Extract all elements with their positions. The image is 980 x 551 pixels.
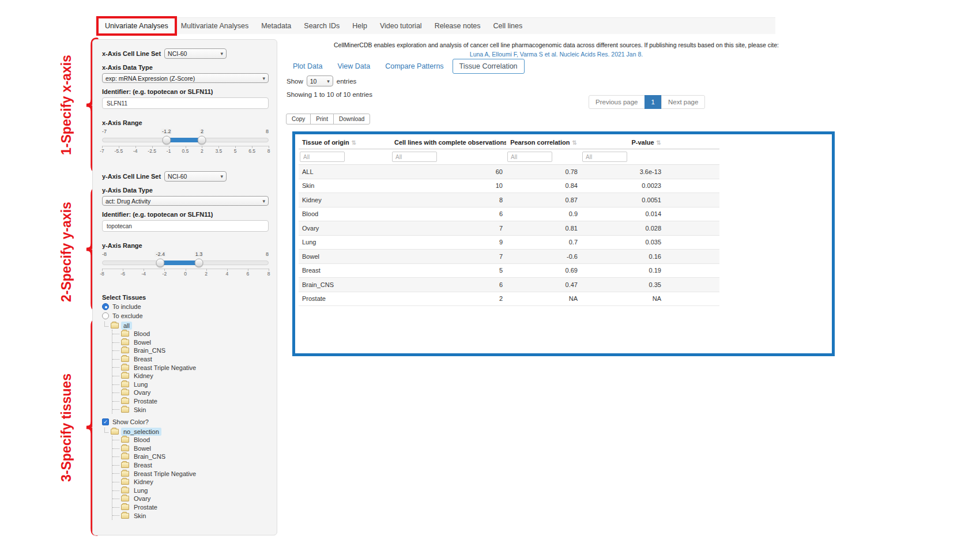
nav-tab-help[interactable]: Help <box>346 18 374 33</box>
cell-pearson-correlation: 0.69 <box>506 263 581 278</box>
show-color-checkbox[interactable]: ✓ Show Color? <box>102 418 267 425</box>
next-page-button[interactable]: Next page <box>661 95 705 109</box>
filter-input-tissue-of-origin[interactable] <box>300 152 345 162</box>
tree-node-brain-cns[interactable]: Brain_CNS <box>112 346 267 355</box>
sort-icon[interactable]: ⇅ <box>352 139 356 146</box>
cell-pearson-correlation: 0.81 <box>506 221 581 236</box>
radio-to-include[interactable]: To include <box>102 303 267 310</box>
tree-node-bowel[interactable]: Bowel <box>112 444 267 453</box>
tree-node-label: Ovary <box>131 495 153 503</box>
cell-pearson-correlation: 0.7 <box>506 235 581 250</box>
sort-icon[interactable]: ⇅ <box>572 139 576 146</box>
tab-plot-data[interactable]: Plot Data <box>287 59 329 73</box>
filter-input-cell-lines-with-complete-observations[interactable] <box>392 152 437 162</box>
y-identifier-input[interactable] <box>102 220 269 232</box>
column-header-p-value[interactable]: P-value⇅ <box>581 136 665 149</box>
show-label: Show <box>287 78 303 85</box>
tree-node-ovary[interactable]: Ovary <box>112 388 267 397</box>
annotation-step2-label: 2-Specify y-axis <box>59 180 78 324</box>
cell-tissue-of-origin: Brain_CNS <box>299 278 391 292</box>
x-identifier-label: Identifier: (e.g. topotecan or SLFN11) <box>102 88 267 95</box>
table-row: ALL600.783.6e-13 <box>299 165 719 179</box>
column-header-cell-lines-with-complete-observations[interactable]: Cell lines with complete observations⇅ <box>391 136 506 149</box>
copy-button[interactable]: Copy <box>286 114 311 124</box>
tree-node-ovary[interactable]: Ovary <box>112 495 267 503</box>
tree-node-breast-triple-negative[interactable]: Breast Triple Negative <box>112 363 267 372</box>
cell-tissue-of-origin: Prostate <box>299 292 391 306</box>
tree-node-prostate[interactable]: Prostate <box>112 397 267 406</box>
tree-node-brain-cns[interactable]: Brain_CNS <box>112 452 267 461</box>
filter-input-pearson-correlation[interactable] <box>507 152 552 162</box>
slider-tick-label: 8 <box>267 148 270 154</box>
citation-link[interactable]: Luna A, Elloumi F, Varma S et al. Nuclei… <box>470 51 643 58</box>
entries-select[interactable]: 10 ▾ <box>307 76 333 86</box>
chevron-down-icon: ▾ <box>221 51 224 56</box>
slider-handle-2[interactable] <box>194 259 203 267</box>
y-cell-line-set-value: NCI-60 <box>168 173 187 180</box>
column-header-pearson-correlation[interactable]: Pearson correlation⇅ <box>506 136 581 149</box>
slider-tick-label: -6 <box>120 271 125 277</box>
nav-tab-multivariate-analyses[interactable]: Multivariate Analyses <box>175 18 255 33</box>
cell-spacer <box>665 278 719 292</box>
y-cell-line-set-select[interactable]: NCI-60 ▾ <box>164 171 227 182</box>
tree-node-breast-triple-negative[interactable]: Breast Triple Negative <box>112 469 267 478</box>
tree-root-no-selection[interactable]: no_selection <box>102 428 267 436</box>
x-data-type-select[interactable]: exp: mRNA Expression (Z-Score) ▾ <box>102 73 269 83</box>
cell-cell-lines-with-complete-observations: 8 <box>391 193 506 207</box>
slider-handle-2[interactable] <box>198 136 206 145</box>
tree-node-kidney[interactable]: Kidney <box>112 372 267 380</box>
tree-node-skin[interactable]: Skin <box>112 511 267 520</box>
tree-node-blood[interactable]: Blood <box>112 436 267 444</box>
slider-tick-label: -5.5 <box>115 148 123 154</box>
tree-node-lung[interactable]: Lung <box>112 486 267 495</box>
column-header-tissue-of-origin[interactable]: Tissue of origin⇅ <box>299 136 391 149</box>
annotation-step1-label: 1-Specify x-axis <box>59 37 78 173</box>
page-1-button[interactable]: 1 <box>644 95 662 109</box>
tree-children: BloodBowelBrain_CNSBreastBreast Triple N… <box>112 330 267 414</box>
sort-icon[interactable]: ⇅ <box>657 139 661 146</box>
nav-tab-metadata[interactable]: Metadata <box>255 18 297 33</box>
tree-node-breast[interactable]: Breast <box>112 355 267 364</box>
nav-tab-release-notes[interactable]: Release notes <box>428 18 487 33</box>
nav-tab-univariate-analyses[interactable]: Univariate Analyses <box>99 18 175 33</box>
slider-handle-1[interactable] <box>162 136 171 145</box>
tab-compare-patterns[interactable]: Compare Patterns <box>379 59 450 73</box>
tree-node-kidney[interactable]: Kidney <box>112 478 267 486</box>
x-range-slider[interactable]: -78-1.22-7-5.5-4-2.5-10.523.556.58 <box>102 129 269 158</box>
tree-node-label: Prostate <box>131 397 160 405</box>
cell-spacer <box>665 292 719 306</box>
tree-node-skin[interactable]: Skin <box>112 405 267 414</box>
cell-spacer <box>665 250 719 264</box>
tree-node-blood[interactable]: Blood <box>112 330 267 338</box>
cell-spacer <box>665 193 719 207</box>
folder-icon <box>121 398 129 404</box>
download-button[interactable]: Download <box>333 114 370 124</box>
tree-node-lung[interactable]: Lung <box>112 380 267 389</box>
nav-tab-cell-lines[interactable]: Cell lines <box>487 18 529 33</box>
print-button[interactable]: Print <box>310 114 334 124</box>
nav-tab-video-tutorial[interactable]: Video tutorial <box>374 18 428 33</box>
slider-track[interactable] <box>102 261 269 265</box>
nav-tab-search-ids[interactable]: Search IDs <box>297 18 346 33</box>
radio-to-exclude[interactable]: To exclude <box>102 312 267 319</box>
tab-tissue-correlation[interactable]: Tissue Correlation <box>453 59 525 74</box>
previous-page-button[interactable]: Previous page <box>589 95 645 109</box>
filter-input-p-value[interactable] <box>582 152 627 162</box>
x-identifier-input[interactable] <box>102 97 269 109</box>
y-range-slider[interactable]: -88-2.41.3-8-6-4-202468 <box>102 251 269 281</box>
tab-view-data[interactable]: View Data <box>331 59 376 73</box>
tree-node-bowel[interactable]: Bowel <box>112 338 267 347</box>
tree-root-all[interactable]: all <box>102 322 267 330</box>
slider-track[interactable] <box>102 138 269 142</box>
tree-node-label: Kidney <box>131 478 156 486</box>
tree-node-breast[interactable]: Breast <box>112 461 267 470</box>
y-data-type-select[interactable]: act: Drug Activity ▾ <box>102 196 269 206</box>
tree-node-prostate[interactable]: Prostate <box>112 503 267 512</box>
slider-handle-1[interactable] <box>156 259 165 267</box>
x-cell-line-set-select[interactable]: NCI-60 ▾ <box>164 48 227 59</box>
slider-tick-label: 2 <box>201 148 203 154</box>
folder-icon <box>121 479 129 485</box>
cell-tissue-of-origin: ALL <box>299 165 391 179</box>
cell-cell-lines-with-complete-observations: 10 <box>391 179 506 193</box>
cell-pearson-correlation: 0.84 <box>506 179 581 193</box>
